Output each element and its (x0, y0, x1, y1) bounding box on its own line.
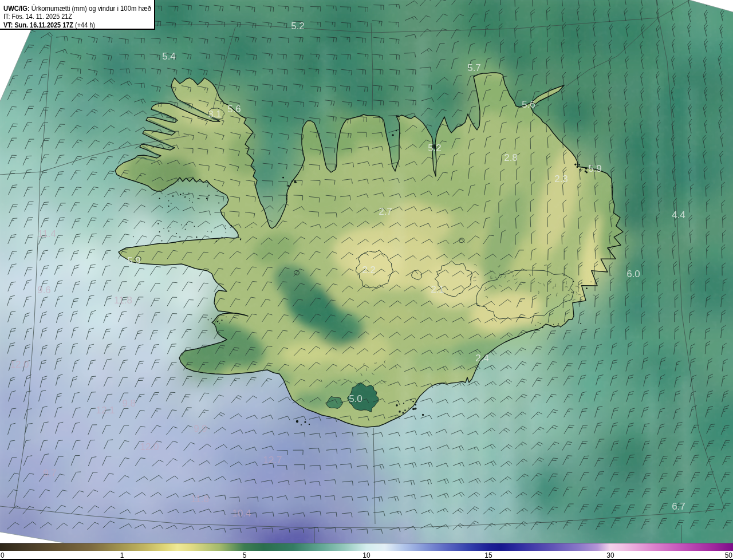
svg-text:2.3: 2.3 (554, 173, 568, 184)
svg-text:6.0: 6.0 (626, 269, 640, 279)
svg-text:5.9: 5.9 (127, 255, 141, 266)
svg-text:5.0: 5.0 (349, 393, 362, 404)
svg-text:15: 15 (484, 551, 492, 559)
svg-text:1: 1 (120, 551, 124, 559)
svg-text:3.1: 3.1 (208, 109, 222, 120)
svg-text:30: 30 (606, 551, 614, 559)
svg-text:12.0: 12.0 (10, 359, 29, 370)
svg-text:9.9: 9.9 (194, 423, 207, 434)
svg-text:IT: Fös. 14. 11. 2025 21Z: IT: Fös. 14. 11. 2025 21Z (3, 12, 72, 21)
svg-text:12.0: 12.0 (140, 441, 159, 452)
svg-text:VT: Sun. 16.11.2025 17Z (+44 h: VT: Sun. 16.11.2025 17Z (+44 h) (3, 21, 95, 29)
svg-text:9.6: 9.6 (37, 285, 51, 295)
svg-text:12.7: 12.7 (263, 455, 282, 466)
svg-text:2.7: 2.7 (379, 206, 392, 217)
svg-text:6.7: 6.7 (672, 501, 685, 512)
svg-text:5.2: 5.2 (428, 143, 442, 153)
svg-text:2.4: 2.4 (475, 353, 489, 364)
svg-text:5.7: 5.7 (467, 62, 481, 73)
svg-text:12.1: 12.1 (96, 405, 115, 416)
svg-text:10.4: 10.4 (232, 508, 251, 519)
svg-text:2.1: 2.1 (431, 284, 444, 295)
svg-text:9.7: 9.7 (43, 468, 57, 479)
svg-text:2.2: 2.2 (362, 265, 376, 275)
svg-text:5: 5 (243, 551, 247, 559)
svg-text:5.2: 5.2 (291, 21, 305, 31)
svg-text:5.6: 5.6 (227, 104, 241, 115)
svg-text:11.8: 11.8 (191, 494, 209, 504)
svg-text:11.4: 11.4 (38, 228, 56, 239)
svg-text:2.8: 2.8 (504, 152, 518, 163)
svg-text:10: 10 (362, 551, 371, 559)
svg-text:UWC/IG: Úrkomumætti (mm) og vi: UWC/IG: Úrkomumætti (mm) og vindur i 100… (3, 4, 151, 13)
svg-text:50: 50 (725, 551, 733, 559)
svg-text:0: 0 (1, 551, 5, 559)
svg-text:4.4: 4.4 (672, 210, 685, 220)
svg-text:11.8: 11.8 (114, 295, 132, 306)
svg-text:5.6: 5.6 (522, 99, 535, 110)
svg-text:9.8: 9.8 (122, 398, 136, 409)
svg-text:5.4: 5.4 (162, 51, 176, 62)
svg-text:5.9: 5.9 (588, 163, 602, 174)
